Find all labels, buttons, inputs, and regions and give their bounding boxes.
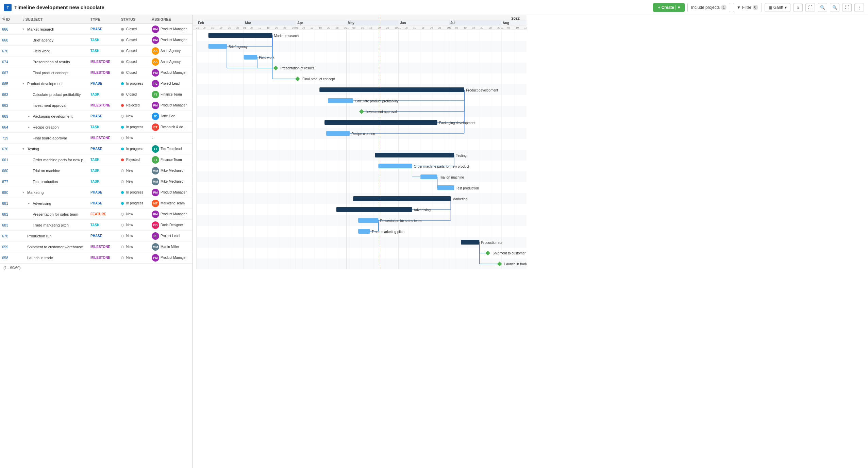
row-id[interactable]: 677 <box>0 178 20 185</box>
svg-rect-116 <box>244 55 257 60</box>
svg-text:Jul: Jul <box>450 21 455 25</box>
table-row[interactable]: 674 Presentation of results MILESTONE Cl… <box>0 56 193 67</box>
table-row[interactable]: 663 Calculate product profitability TASK… <box>0 89 193 100</box>
gantt-button[interactable]: ▦ Gantt ▾ <box>765 3 790 12</box>
info-button[interactable]: ℹ <box>793 3 803 12</box>
include-projects-button[interactable]: Include projects 1 <box>687 3 730 12</box>
row-subject: ▾ Testing <box>20 146 88 152</box>
svg-text:Presentation for sales team: Presentation for sales team <box>380 219 421 223</box>
svg-text:20: 20 <box>430 26 433 29</box>
table-row[interactable]: 676 ▾ Testing PHASE In progress TT Tim T… <box>0 144 193 154</box>
table-row[interactable]: 664 ▸ Recipe creation TASK In progress R… <box>0 122 193 133</box>
collapse-icon[interactable]: ▸ <box>28 114 31 118</box>
svg-text:20: 20 <box>228 26 231 29</box>
svg-text:01: 01 <box>346 26 349 29</box>
row-id[interactable]: 660 <box>0 167 20 174</box>
row-status: Closed <box>119 58 150 65</box>
collapse-icon[interactable]: ▸ <box>28 201 31 205</box>
row-id[interactable]: 658 <box>0 254 20 261</box>
row-id[interactable]: 662 <box>0 102 20 109</box>
svg-text:Brief agency: Brief agency <box>229 45 248 49</box>
table-row[interactable]: 683 Trade marketing pitch TASK New DD Do… <box>0 220 193 231</box>
table-row[interactable]: 660 Trial on machine TASK New MM Mike Me… <box>0 165 193 176</box>
svg-text:25: 25 <box>283 26 286 29</box>
table-row[interactable]: 666 ▾ Market research PHASE Closed PM Pr… <box>0 24 193 35</box>
col-subject[interactable]: ↕ SUBJECT <box>20 17 88 21</box>
table-row[interactable]: 677 Test production TASK New MM Mike Mec… <box>0 176 193 187</box>
collapse-icon[interactable]: ▾ <box>22 82 26 85</box>
row-id[interactable]: 719 <box>0 135 20 141</box>
row-id[interactable]: 681 <box>0 200 20 207</box>
row-status: New <box>119 211 150 217</box>
row-id[interactable]: 659 <box>0 244 20 250</box>
zoom-out-button[interactable]: 🔍 <box>830 3 839 12</box>
row-id[interactable]: 678 <box>0 233 20 239</box>
row-type: MILESTONE <box>88 69 119 76</box>
collapse-icon[interactable]: ▸ <box>28 125 31 129</box>
row-id[interactable]: 666 <box>0 26 20 33</box>
svg-text:20: 20 <box>480 26 483 29</box>
row-status: New <box>119 244 150 250</box>
table-row[interactable]: 669 ▸ Packaging development PHASE New JD… <box>0 111 193 122</box>
collapse-icon[interactable]: ▾ <box>22 27 26 31</box>
fullscreen-button[interactable]: ⛶ <box>842 3 852 12</box>
row-status: New <box>119 233 150 239</box>
row-assignee: PM Product Manager <box>150 209 193 219</box>
avatar: PL <box>152 232 159 240</box>
row-status: New <box>119 178 150 185</box>
avatar: AA <box>152 58 159 66</box>
table-row[interactable]: 662 Investment approval MILESTONE Reject… <box>0 100 193 111</box>
table-row[interactable]: 719 Final board approval MILESTONE New - <box>0 133 193 144</box>
filter-button[interactable]: ▼ Filter 0 <box>733 3 762 12</box>
table-row[interactable]: 667 Final product concept MILESTONE Clos… <box>0 67 193 78</box>
row-id[interactable]: 664 <box>0 124 20 131</box>
row-id[interactable]: 670 <box>0 48 20 54</box>
row-id[interactable]: 663 <box>0 91 20 98</box>
expand-button[interactable]: ⛶ <box>805 3 815 12</box>
row-id[interactable]: 667 <box>0 69 20 76</box>
create-button[interactable]: + Create ▾ <box>653 3 685 12</box>
row-assignee: PL Project Lead <box>150 231 193 241</box>
svg-text:Trial on machine: Trial on machine <box>439 176 464 179</box>
row-id[interactable]: 683 <box>0 222 20 229</box>
row-id[interactable]: 682 <box>0 211 20 218</box>
table-row[interactable]: 682 Presentation for sales team FEATURE … <box>0 209 193 220</box>
collapse-icon[interactable]: ▾ <box>22 147 26 151</box>
avatar: PM <box>152 189 159 196</box>
table-row[interactable]: 681 ▸ Advertising PHASE In progress MT M… <box>0 198 193 209</box>
zoom-in-button[interactable]: 🔍 <box>818 3 827 12</box>
table-row[interactable]: 661 Order machine parts for new p... TAS… <box>0 154 193 165</box>
row-id[interactable]: 680 <box>0 189 20 196</box>
row-status: Closed <box>119 48 150 54</box>
collapse-icon[interactable]: ▾ <box>22 190 26 194</box>
table-row[interactable]: 670 Field work TASK Closed AA Anne Agenc… <box>0 46 193 56</box>
svg-text:01: 01 <box>448 26 451 29</box>
gantt-panel[interactable]: 2022FebMarAprMayJunJulAug010510152025010… <box>193 15 868 468</box>
row-id[interactable]: 661 <box>0 156 20 163</box>
row-status: New <box>119 254 150 261</box>
row-subject: Shipment to customer warehouse <box>20 244 88 250</box>
row-id[interactable]: 665 <box>0 80 20 87</box>
row-id[interactable]: 676 <box>0 146 20 152</box>
more-button[interactable]: ⋮ <box>854 3 864 12</box>
table-row[interactable]: 658 Launch in trade MILESTONE New PM Pro… <box>0 252 193 263</box>
table-row[interactable]: 659 Shipment to customer warehouse MILES… <box>0 241 193 252</box>
svg-text:15: 15 <box>524 26 527 29</box>
svg-text:05: 05 <box>405 26 408 29</box>
row-subject: Calculate product profitability <box>20 91 88 98</box>
row-type: PHASE <box>88 200 119 206</box>
row-status: Closed <box>119 91 150 98</box>
table-row[interactable]: 665 ▾ Product development PHASE In progr… <box>0 78 193 89</box>
table-row[interactable]: 678 Production run PHASE New PL Project … <box>0 231 193 241</box>
table-row[interactable]: 680 ▾ Marketing PHASE In progress PM Pro… <box>0 187 193 198</box>
row-id[interactable]: 669 <box>0 113 20 120</box>
table-row[interactable]: 668 Brief agency TASK Closed PM Product … <box>0 35 193 46</box>
avatar: AA <box>152 47 159 55</box>
svg-text:15: 15 <box>319 26 322 29</box>
row-id[interactable]: 668 <box>0 37 20 44</box>
row-id[interactable]: 674 <box>0 58 20 65</box>
row-subject: Production run <box>20 233 88 239</box>
col-id[interactable]: ⇅ ID <box>0 17 20 21</box>
row-type: PHASE <box>88 80 119 87</box>
create-dropdown-arrow[interactable]: ▾ <box>675 5 680 10</box>
